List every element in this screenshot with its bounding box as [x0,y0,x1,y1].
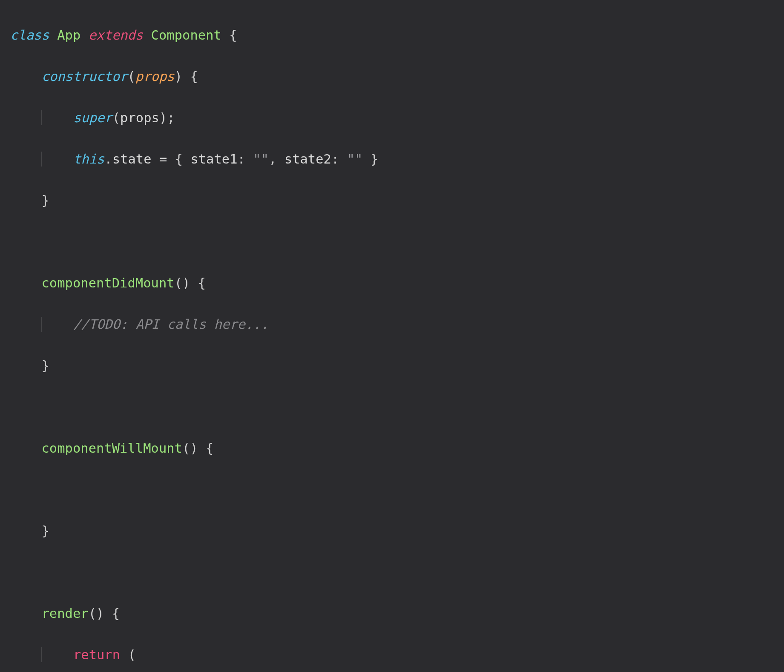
return-keyword: return [73,647,120,662]
brace: } [41,358,49,373]
constructor-keyword: constructor [41,69,127,84]
blank-line [10,397,784,418]
method-render: render [41,606,88,621]
brace: { [221,28,237,43]
super-arg: props [120,110,159,125]
brace: } [41,523,49,538]
comment: //TODO: API calls here... [73,317,269,332]
blank-line [10,232,784,253]
keyword-extends: extends [89,28,144,43]
code-line: } [10,190,784,211]
code-line: //TODO: API calls here... [10,314,784,335]
code-line: componentDidMount() { [10,273,784,294]
code-line: componentWillMount() { [10,438,784,459]
empty-string: "" [253,152,269,167]
method-componentWillMount: componentWillMount [41,441,182,456]
state-assign: = { [152,152,191,167]
code-line: render() { [10,603,784,624]
code-line: return ( [10,645,784,666]
super-call: super [73,110,112,125]
code-line: } [10,521,784,542]
code-line: class App extends Component { [10,25,784,46]
state-prop: state [112,152,152,167]
code-editor[interactable]: class App extends Component { constructo… [0,0,784,672]
state1-key: state1 [190,152,237,167]
code-line: constructor(props) { [10,66,784,87]
code-line: super(props); [10,108,784,129]
keyword-class: class [10,28,49,43]
method-componentDidMount: componentDidMount [41,276,174,290]
brace: } [41,193,49,208]
class-name: App [57,28,80,43]
param-props: props [135,69,175,84]
blank-line [10,562,784,583]
code-line: } [10,356,784,376]
blank-line [10,480,784,500]
base-class: Component [151,28,221,43]
empty-string: "" [347,152,363,167]
code-line: this.state = { state1: "", state2: "" } [10,149,784,170]
state2-key: state2 [284,152,331,167]
this-keyword: this [73,152,104,167]
